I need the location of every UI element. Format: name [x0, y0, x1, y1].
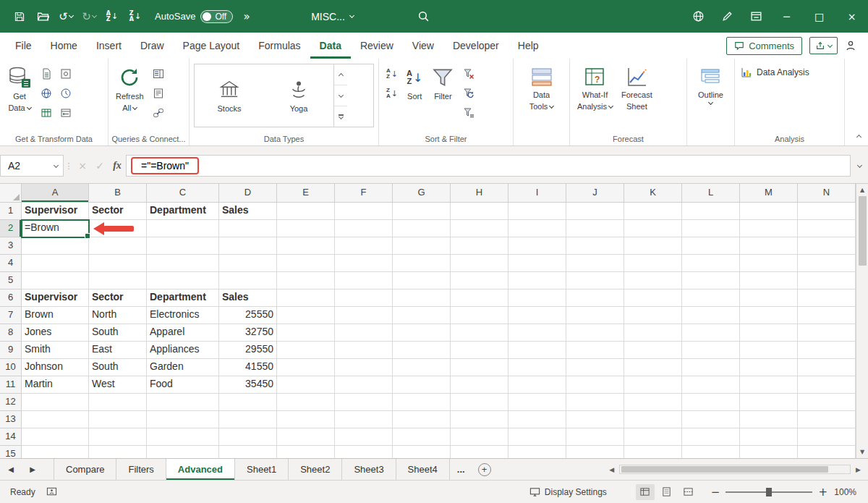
cell-K9[interactable]: [624, 342, 682, 359]
cell-C3[interactable]: [147, 237, 219, 255]
cell-I1[interactable]: [509, 203, 566, 220]
cell-E14[interactable]: [277, 428, 335, 446]
cell-L5[interactable]: [682, 272, 740, 289]
accessibility-icon[interactable]: [46, 486, 57, 497]
sort-button[interactable]: AZ ↓ Sort: [404, 62, 425, 104]
cell-A4[interactable]: [22, 255, 89, 272]
cell-J14[interactable]: [566, 428, 624, 446]
cell-E2[interactable]: [277, 220, 335, 237]
sheet-tab-compare[interactable]: Compare: [54, 459, 116, 480]
close-button[interactable]: ×: [835, 0, 868, 33]
search-icon[interactable]: [414, 7, 433, 27]
cell-D13[interactable]: [219, 411, 277, 428]
cell-A13[interactable]: [22, 411, 89, 428]
row-header-7[interactable]: 7: [0, 307, 22, 324]
cell-G1[interactable]: [393, 203, 451, 220]
cell-D6[interactable]: Sales: [219, 289, 277, 307]
cell-L8[interactable]: [682, 324, 740, 342]
cell-N15[interactable]: [798, 446, 856, 458]
autosave-toggle[interactable]: AutoSave Off: [155, 10, 233, 23]
cell-I8[interactable]: [509, 324, 566, 342]
sheet-tab-sheet3[interactable]: Sheet3: [342, 459, 396, 480]
clear-filter-icon[interactable]: [460, 65, 477, 83]
column-header-D[interactable]: D: [219, 184, 277, 203]
cell-G3[interactable]: [393, 237, 451, 255]
cell-F7[interactable]: [335, 307, 393, 324]
cell-G10[interactable]: [393, 359, 451, 376]
cell-J6[interactable]: [566, 289, 624, 307]
cell-J4[interactable]: [566, 255, 624, 272]
cell-E7[interactable]: [277, 307, 335, 324]
collapse-ribbon-icon[interactable]: [857, 129, 861, 142]
cell-G13[interactable]: [393, 411, 451, 428]
formula-input[interactable]: ="=Brown": [126, 155, 851, 177]
cell-C12[interactable]: [147, 394, 219, 411]
cell-G2[interactable]: [393, 220, 451, 237]
page-break-view-icon[interactable]: [679, 484, 698, 500]
cell-F1[interactable]: [335, 203, 393, 220]
cell-N14[interactable]: [798, 428, 856, 446]
cell-I12[interactable]: [509, 394, 566, 411]
comments-button[interactable]: Comments: [726, 37, 802, 55]
cell-N2[interactable]: [798, 220, 856, 237]
cell-D8[interactable]: 32750: [219, 324, 277, 342]
forecast-sheet-button[interactable]: Forecast Sheet: [618, 62, 655, 114]
cell-J13[interactable]: [566, 411, 624, 428]
ribbon-tab-draw[interactable]: Draw: [131, 33, 174, 59]
cell-I10[interactable]: [509, 359, 566, 376]
cell-B10[interactable]: South: [89, 359, 147, 376]
cell-N10[interactable]: [798, 359, 856, 376]
edit-links-icon[interactable]: [150, 104, 167, 122]
cell-N3[interactable]: [798, 237, 856, 255]
cell-L2[interactable]: [682, 220, 740, 237]
cell-L4[interactable]: [682, 255, 740, 272]
cell-G6[interactable]: [393, 289, 451, 307]
cell-N13[interactable]: [798, 411, 856, 428]
hscroll-thumb[interactable]: [621, 466, 828, 473]
column-header-A[interactable]: A: [22, 184, 89, 203]
select-all-corner[interactable]: [0, 184, 22, 203]
cell-D4[interactable]: [219, 255, 277, 272]
ribbon-tab-help[interactable]: Help: [509, 33, 548, 59]
row-header-2[interactable]: 2: [0, 220, 22, 237]
person-icon[interactable]: [845, 40, 856, 51]
redo-icon[interactable]: ↻: [80, 7, 98, 27]
sort-z-to-a-icon[interactable]: ZA↓: [383, 85, 401, 102]
share-button[interactable]: [809, 37, 838, 54]
ribbon-display-options-icon[interactable]: [741, 7, 770, 27]
cell-K8[interactable]: [624, 324, 682, 342]
column-header-F[interactable]: F: [335, 184, 393, 203]
cell-M5[interactable]: [740, 272, 798, 289]
horizontal-scrollbar[interactable]: ◀ ▶: [606, 459, 868, 480]
advanced-filter-icon[interactable]: [460, 104, 477, 122]
cell-B5[interactable]: [89, 272, 147, 289]
cell-G8[interactable]: [393, 324, 451, 342]
cell-I5[interactable]: [509, 272, 566, 289]
cell-E15[interactable]: [277, 446, 335, 458]
cell-D12[interactable]: [219, 394, 277, 411]
cell-G5[interactable]: [393, 272, 451, 289]
cell-A10[interactable]: Johnson: [22, 359, 89, 376]
insert-function-icon[interactable]: fx: [109, 155, 126, 177]
row-header-12[interactable]: 12: [0, 394, 22, 411]
cell-E13[interactable]: [277, 411, 335, 428]
cell-D9[interactable]: 29550: [219, 342, 277, 359]
cell-A14[interactable]: [22, 428, 89, 446]
data-type-yoga[interactable]: Yoga: [264, 64, 333, 127]
cell-L12[interactable]: [682, 394, 740, 411]
cell-F5[interactable]: [335, 272, 393, 289]
globe-icon[interactable]: [684, 7, 712, 27]
cell-I9[interactable]: [509, 342, 566, 359]
cell-G15[interactable]: [393, 446, 451, 458]
cell-C8[interactable]: Apparel: [147, 324, 219, 342]
cell-B12[interactable]: [89, 394, 147, 411]
cell-N1[interactable]: [798, 203, 856, 220]
cell-N6[interactable]: [798, 289, 856, 307]
cell-I2[interactable]: [509, 220, 566, 237]
cell-H7[interactable]: [451, 307, 509, 324]
cell-H3[interactable]: [451, 237, 509, 255]
enter-icon[interactable]: ✓: [91, 155, 109, 177]
cell-N12[interactable]: [798, 394, 856, 411]
cell-M11[interactable]: [740, 376, 798, 394]
cell-C13[interactable]: [147, 411, 219, 428]
